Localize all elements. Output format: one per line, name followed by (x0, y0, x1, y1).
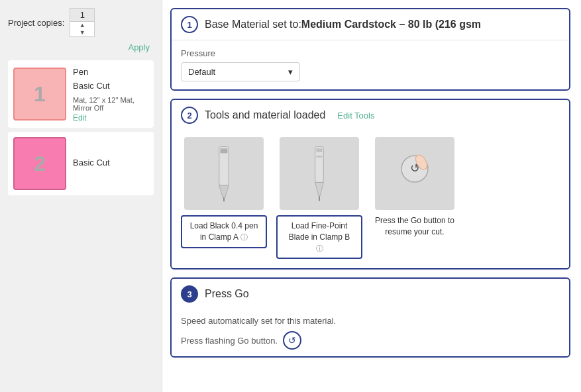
mat-number-1: 1 (34, 81, 46, 106)
blade-icon (299, 144, 339, 203)
mat-meta-1: Mat, 12" x 12" Mat, Mirror Off (73, 96, 148, 112)
go-label-text: Press the Go button to resume your cut. (375, 216, 454, 236)
sidebar: Project copies: 1 ▲ ▼ Apply 1 PenBasic C… (0, 0, 162, 392)
svg-rect-4 (315, 147, 324, 183)
tool-card-go: ↺ Press the Go button to resume your cut… (372, 137, 458, 238)
tool-card-pen: Load Black 0.4 pen in Clamp A ⓘ (181, 137, 267, 248)
go-image-box: ↺ (375, 137, 454, 210)
svg-marker-2 (219, 185, 229, 197)
tool-label-pen: Load Black 0.4 pen in Clamp A ⓘ (181, 215, 267, 248)
apply-row: Apply (8, 41, 154, 54)
step1-title: Base Material set to:Medium Cardstock – … (205, 19, 481, 30)
pen-image-box (184, 137, 264, 210)
spinner-up[interactable]: ▲ (70, 22, 94, 29)
step3-circle: 3 (181, 285, 198, 303)
pen-info-icon[interactable]: ⓘ (238, 233, 248, 241)
speed-text: Speed automatically set for this materia… (181, 316, 560, 326)
mat-card-2: 2 Basic Cut (8, 132, 154, 195)
project-copies-label: Project copies: (8, 18, 64, 28)
copies-spinner[interactable]: 1 ▲ ▼ (70, 8, 95, 37)
pressure-select[interactable]: Default ▾ (181, 62, 300, 81)
mat-info-1: PenBasic Cut Mat, 12" x 12" Mat, Mirror … (73, 66, 148, 122)
svg-rect-5 (317, 148, 323, 152)
step2-section: 2 Tools and material loaded Edit Tools L… (170, 99, 570, 270)
step1-circle: 1 (181, 16, 198, 33)
apply-button[interactable]: Apply (124, 41, 154, 54)
mat-number-2: 2 (34, 151, 46, 175)
spinner-arrows[interactable]: ▲ ▼ (70, 22, 94, 36)
mat-info-2: Basic Cut (73, 156, 110, 170)
svg-marker-7 (315, 183, 324, 197)
mat-label-1: PenBasic Cut (73, 66, 148, 93)
step1-section: 1 Base Material set to:Medium Cardstock … (170, 8, 570, 91)
tool-label-go: Press the Go button to resume your cut. (372, 215, 458, 238)
step3-header: 3 Press Go (172, 279, 569, 309)
step2-header: 2 Tools and material loaded Edit Tools (172, 100, 569, 130)
spinner-down[interactable]: ▼ (70, 29, 94, 36)
tool-card-blade: Load Fine-Point Blade in Clamp B ⓘ (276, 137, 362, 259)
step3-body: Speed automatically set for this materia… (172, 309, 569, 356)
tools-row: Load Black 0.4 pen in Clamp A ⓘ Load Fin… (172, 130, 569, 268)
blade-image-box (280, 137, 359, 210)
press-flashing-text: Press flashing Go button. (181, 336, 278, 346)
step2-title: Tools and material loaded (205, 109, 325, 121)
mat-thumbnail-2: 2 (13, 137, 66, 190)
tool-label-blade: Load Fine-Point Blade in Clamp B ⓘ (276, 215, 362, 259)
mat-label-2: Basic Cut (73, 156, 110, 170)
project-copies-row: Project copies: 1 ▲ ▼ (8, 8, 154, 37)
svg-rect-1 (221, 148, 228, 153)
mat-card-1: 1 PenBasic Cut Mat, 12" x 12" Mat, Mirro… (8, 60, 154, 128)
step1-header: 1 Base Material set to:Medium Cardstock … (172, 9, 569, 40)
flashing-go-icon: ↺ (283, 331, 301, 350)
step3-title: Press Go (205, 288, 249, 300)
step3-section: 3 Press Go Speed automatically set for t… (170, 277, 570, 358)
mat-thumbnail-1: 1 (13, 68, 66, 121)
main-content: 1 Base Material set to:Medium Cardstock … (162, 0, 581, 392)
svg-rect-6 (317, 156, 323, 158)
blade-info-icon[interactable]: ⓘ (316, 244, 323, 252)
press-flashing-row: Press flashing Go button. ↺ (181, 331, 560, 350)
pressure-label: Pressure (181, 48, 560, 58)
pen-icon (204, 144, 244, 203)
step1-body: Pressure Default ▾ (172, 40, 569, 89)
step2-circle: 2 (181, 107, 198, 124)
pressure-value: Default (188, 67, 215, 77)
copies-value: 1 (70, 9, 94, 22)
pressure-arrow-icon: ▾ (288, 67, 293, 77)
mat-edit-link-1[interactable]: Edit (73, 113, 148, 122)
go-button-illustration: ↺ (385, 144, 445, 203)
blade-label-text: Load Fine-Point Blade in Clamp B (289, 221, 350, 242)
edit-tools-link[interactable]: Edit Tools (337, 111, 374, 121)
